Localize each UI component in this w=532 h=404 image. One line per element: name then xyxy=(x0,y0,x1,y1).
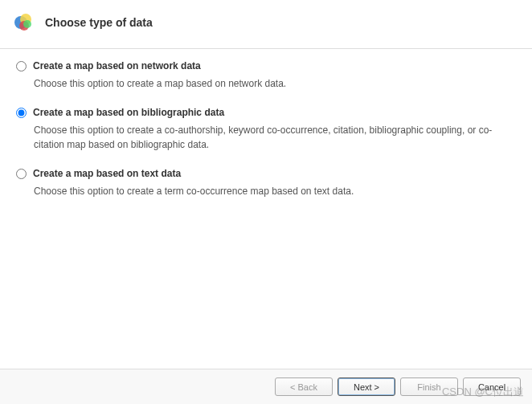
label-network[interactable]: Create a map based on network data xyxy=(33,60,201,71)
svg-point-3 xyxy=(23,20,31,28)
cancel-button[interactable]: Cancel xyxy=(463,377,521,396)
radio-bibliographic[interactable] xyxy=(16,108,27,118)
finish-button[interactable]: Finish xyxy=(400,377,458,396)
option-bibliographic: Create a map based on bibliographic data… xyxy=(16,107,516,152)
label-bibliographic[interactable]: Create a map based on bibliographic data xyxy=(33,107,224,118)
next-button[interactable]: Next > xyxy=(338,377,395,396)
option-text: Create a map based on text data Choose t… xyxy=(16,168,516,198)
wizard-header: Choose type of data xyxy=(0,0,532,49)
radio-text[interactable] xyxy=(16,169,27,179)
back-button[interactable]: < Back xyxy=(275,377,333,396)
options-content: Create a map based on network data Choos… xyxy=(0,49,532,369)
desc-network: Choose this option to create a map based… xyxy=(34,76,516,91)
radio-network[interactable] xyxy=(16,61,27,71)
page-title: Choose type of data xyxy=(45,16,153,29)
label-text[interactable]: Create a map based on text data xyxy=(33,168,181,179)
wizard-icon xyxy=(13,11,35,34)
desc-text: Choose this option to create a term co-o… xyxy=(34,184,516,198)
option-network: Create a map based on network data Choos… xyxy=(16,60,516,91)
desc-bibliographic: Choose this option to create a co-author… xyxy=(34,123,516,152)
wizard-footer: < Back Next > Finish Cancel xyxy=(0,369,532,404)
